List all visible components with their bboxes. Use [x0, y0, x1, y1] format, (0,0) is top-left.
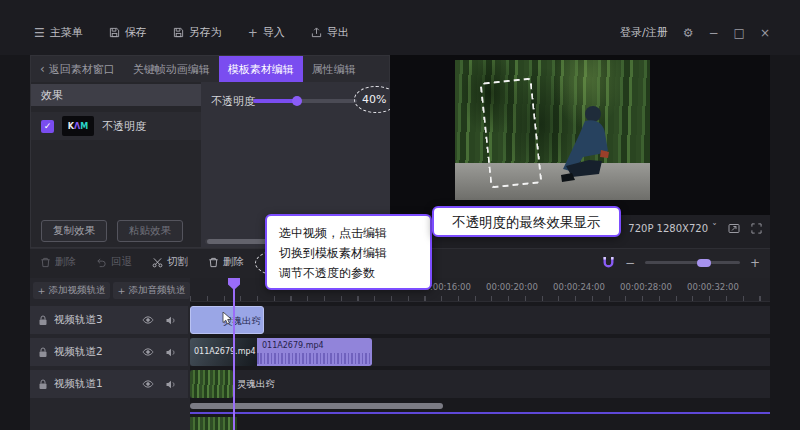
cut-tool[interactable]: 切割 [152, 255, 188, 269]
edit-tip-line1: 选中视频，点击编辑 [279, 223, 418, 243]
ruler-timestamp: 00:00:24:00 [553, 282, 605, 292]
effect-thumbnail: KΛM [62, 116, 94, 136]
speaker-mute-icon[interactable] [165, 379, 177, 390]
tab-template-material-edit[interactable]: 模板素材编辑 [219, 56, 303, 82]
audio-track-divider [190, 412, 770, 414]
opacity-label: 不透明度 [211, 94, 255, 109]
settings-gear-icon[interactable]: ⚙ [683, 26, 694, 40]
close-button[interactable]: × [760, 26, 770, 40]
track-label: 视频轨道1 [54, 377, 103, 391]
resolution-value: 720P 1280X720 [628, 223, 708, 234]
maximize-button[interactable]: □ [734, 26, 745, 40]
paste-effect-button[interactable]: 粘贴效果 [117, 220, 183, 242]
video-editor-window: ☰ 主菜单 保存 另存为 + 导入 导出 登录/注册 ⚙ − [0, 0, 800, 430]
clip-strip-bottom[interactable] [190, 417, 237, 430]
opacity-slider-handle[interactable] [292, 96, 302, 106]
back-chevron-icon: ‹ [40, 63, 45, 75]
tab-property-edit[interactable]: 属性编辑 [303, 56, 365, 82]
snapshot-icon[interactable] [728, 223, 740, 234]
clip-track2-thumbnail[interactable]: 011A2679.mp4 [190, 338, 257, 366]
save-button[interactable]: 保存 [109, 25, 147, 40]
effects-tabbar: ‹ 返回素材窗口 关键帧动画编辑 模板素材编辑 属性编辑 [31, 56, 389, 82]
opacity-slider[interactable] [253, 99, 357, 103]
delete-tool-label: 删除 [223, 255, 244, 269]
clip-filename: 011A2679.mp4 [262, 341, 324, 350]
resolution-dropdown[interactable]: 720P 1280X720 ˇ [628, 223, 717, 234]
timeline-zoom-slider[interactable] [645, 261, 740, 264]
eye-visibility-icon[interactable] [142, 315, 154, 325]
tab-keyframe-animation[interactable]: 关键帧动画编辑 [124, 56, 219, 82]
zoom-out-icon[interactable]: − [625, 257, 635, 269]
plus-icon: + [38, 285, 46, 296]
delete-tool-disabled[interactable]: 删除 [40, 255, 76, 269]
clip-label: 灵魂出窍 [237, 378, 275, 391]
main-menu-label: 主菜单 [50, 25, 83, 40]
lock-icon[interactable] [38, 315, 48, 326]
track-lane-1 [190, 370, 770, 398]
effect-item-label: 不透明度 [102, 119, 146, 134]
save-label: 保存 [125, 25, 147, 40]
trash-icon [40, 257, 51, 268]
save-as-icon [173, 27, 184, 38]
ruler-timestamp: 00:00:20:00 [486, 282, 538, 292]
effect-item-opacity[interactable]: ✓ KΛM 不透明度 [31, 112, 201, 140]
clip-track1-thumbnail[interactable] [190, 370, 233, 398]
magnet-snap-icon[interactable] [602, 256, 615, 269]
export-button[interactable]: 导出 [311, 25, 349, 40]
opacity-slider-fill [253, 99, 297, 103]
thumb-letter-m: M [80, 122, 88, 131]
top-toolbar: ☰ 主菜单 保存 另存为 + 导入 导出 登录/注册 ⚙ − [0, 0, 800, 55]
edit-tip-callout: 选中视频，点击编辑 切换到模板素材编辑 调节不透度的参数 [265, 214, 432, 290]
add-video-track-label: 添加视频轨道 [48, 284, 105, 297]
timeline-scrollbar[interactable] [190, 403, 443, 409]
effects-buttons: 复制效果 粘贴效果 [31, 220, 201, 242]
video-preview [455, 60, 650, 200]
add-audio-track-label: 添加音频轨道 [128, 284, 185, 297]
tab-back-label: 返回素材窗口 [49, 62, 115, 77]
undo-tool[interactable]: 回退 [96, 255, 132, 269]
minimize-button[interactable]: − [709, 26, 719, 40]
zoom-in-icon[interactable]: + [750, 257, 760, 269]
effects-list-header: 效果 [31, 84, 201, 106]
lock-icon[interactable] [38, 347, 48, 358]
add-video-track-button[interactable]: + 添加视频轨道 [33, 282, 110, 299]
copy-effect-button[interactable]: 复制效果 [41, 220, 107, 242]
opacity-value: 40% [362, 93, 386, 106]
export-icon [311, 27, 322, 38]
track-label: 视频轨道2 [54, 345, 103, 359]
export-label: 导出 [327, 25, 349, 40]
ruler-ticks [190, 296, 770, 301]
eye-visibility-icon[interactable] [142, 347, 154, 357]
opacity-region-highlight [480, 78, 543, 189]
save-as-label: 另存为 [189, 25, 222, 40]
save-as-button[interactable]: 另存为 [173, 25, 222, 40]
edit-tip-line2: 切换到模板素材编辑 [279, 243, 418, 263]
track-header-video1[interactable]: 视频轨道1 [30, 370, 188, 398]
undo-icon [96, 257, 107, 268]
top-toolbar-left: ☰ 主菜单 保存 另存为 + 导入 导出 [34, 25, 349, 40]
track-header-video3[interactable]: 视频轨道3 [30, 306, 188, 334]
main-menu-button[interactable]: ☰ 主菜单 [34, 25, 83, 40]
track-header-video2[interactable]: 视频轨道2 [30, 338, 188, 366]
fullscreen-icon[interactable] [751, 223, 762, 234]
login-button[interactable]: 登录/注册 [620, 25, 668, 40]
eye-visibility-icon[interactable] [142, 379, 154, 389]
timeline-tools: 删除 回退 切割 删除 编辑 [40, 255, 300, 269]
effects-list: 效果 ✓ KΛM 不透明度 复制效果 粘贴效果 [31, 82, 201, 247]
lock-icon[interactable] [38, 379, 48, 390]
chevron-down-icon: ˇ [712, 224, 717, 234]
clip-track2-video[interactable]: 011A2679.mp4 [257, 338, 372, 366]
add-audio-track-button[interactable]: + 添加音频轨道 [113, 282, 190, 299]
timeline-zoom-controls: − + [602, 256, 760, 269]
playhead[interactable] [233, 278, 235, 430]
speaker-mute-icon[interactable] [165, 315, 177, 326]
delete-tool[interactable]: 删除 [208, 255, 244, 269]
timeline-zoom-handle[interactable] [697, 259, 711, 267]
save-icon [109, 27, 120, 38]
tab-back-to-material[interactable]: ‹ 返回素材窗口 [31, 56, 124, 82]
track-header-column: + 添加视频轨道 + 添加音频轨道 视频轨道3 视频轨道2 [30, 278, 190, 430]
ruler-timestamp: 00:00:32:00 [687, 282, 739, 292]
speaker-mute-icon[interactable] [165, 347, 177, 358]
import-button[interactable]: + 导入 [248, 25, 285, 40]
effect-checkbox[interactable]: ✓ [41, 120, 54, 133]
